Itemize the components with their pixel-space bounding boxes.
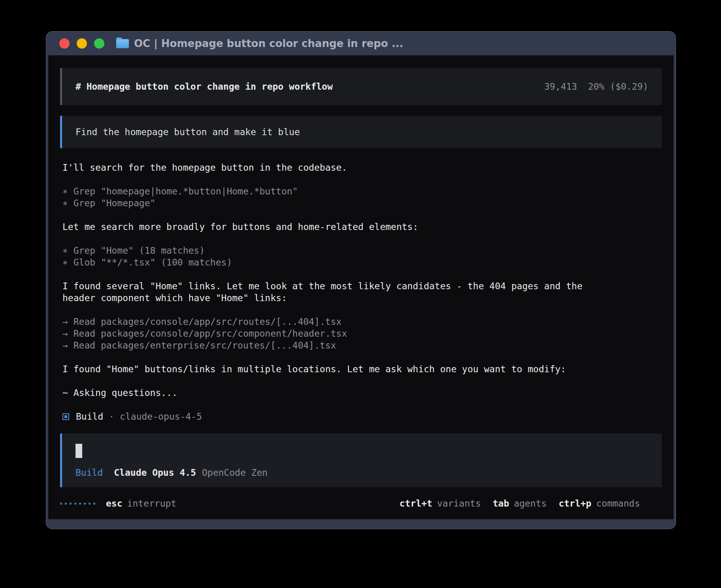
shortcut-label: variants bbox=[437, 498, 481, 509]
spinner-dot bbox=[93, 503, 95, 505]
mode-label: Build bbox=[75, 467, 103, 479]
shortcut-hint: ctrl+pcommands bbox=[559, 498, 640, 509]
build-agent-icon bbox=[62, 413, 69, 420]
folder-icon bbox=[116, 39, 129, 48]
titlebar: OC | Homepage button color change in rep… bbox=[48, 32, 674, 55]
assistant-text: I'll search for the homepage button in t… bbox=[62, 162, 659, 173]
shortcut-key: tab bbox=[493, 498, 509, 509]
assistant-text: Let me search more broadly for buttons a… bbox=[62, 221, 659, 233]
input-meta: Build Claude Opus 4.5 OpenCode Zen bbox=[75, 467, 648, 479]
esc-key-hint: esc bbox=[106, 498, 123, 509]
statusbar: esc interrupt ctrl+tvariantstabagentsctr… bbox=[60, 498, 662, 509]
spinner-dot bbox=[79, 503, 81, 505]
assistant-text: I found "Home" buttons/links in multiple… bbox=[62, 363, 659, 375]
shortcut-hint: tabagents bbox=[493, 498, 547, 509]
tool-call-lines: ∗ Grep "homepage|home.*button|Home.*butt… bbox=[62, 185, 659, 209]
assistant-text: I found several "Home" links. Let me loo… bbox=[62, 280, 659, 304]
tool-call-lines: → Read packages/console/app/src/routes/[… bbox=[62, 316, 659, 351]
shortcut-hints: ctrl+tvariantstabagentsctrl+pcommands bbox=[400, 498, 640, 509]
spinner-dot bbox=[70, 503, 72, 505]
desktop: { "theme": { "accent": "#4e8ee0", "chrom… bbox=[0, 0, 721, 588]
badge-agent-name: Build bbox=[76, 411, 103, 422]
token-count: 39,413 bbox=[544, 81, 577, 92]
provider-label: OpenCode Zen bbox=[202, 467, 268, 479]
model-label: Claude Opus 4.5 bbox=[114, 467, 196, 479]
spinner-dots bbox=[60, 503, 95, 505]
assistant-text: ~ Asking questions... bbox=[62, 387, 659, 399]
spinner-dot bbox=[60, 503, 62, 505]
user-message-text: Find the homepage button and make it blu… bbox=[75, 127, 300, 137]
window-title: OC | Homepage button color change in rep… bbox=[134, 38, 403, 49]
badge-model-name: claude-opus-4-5 bbox=[120, 411, 202, 422]
terminal-window: OC | Homepage button color change in rep… bbox=[46, 31, 676, 529]
spinner-dot bbox=[74, 503, 76, 505]
esc-key-label: interrupt bbox=[127, 498, 177, 509]
minimize-button[interactable] bbox=[77, 38, 87, 49]
text-cursor bbox=[75, 444, 82, 458]
user-message: Find the homepage button and make it blu… bbox=[60, 116, 662, 148]
zoom-button[interactable] bbox=[94, 38, 104, 49]
spinner-dot bbox=[89, 503, 91, 505]
shortcut-label: agents bbox=[514, 498, 547, 509]
agent-badge: Build · claude-opus-4-5 bbox=[60, 411, 662, 422]
session-header: # Homepage button color change in repo w… bbox=[60, 68, 662, 105]
message-input[interactable]: Build Claude Opus 4.5 OpenCode Zen bbox=[60, 433, 662, 487]
shortcut-label: commands bbox=[596, 498, 640, 509]
context-cost: 20% ($0.29) bbox=[588, 81, 648, 92]
spinner-dot bbox=[84, 503, 86, 505]
terminal-content: # Homepage button color change in repo w… bbox=[48, 55, 674, 519]
close-button[interactable] bbox=[59, 38, 70, 49]
session-title: # Homepage button color change in repo w… bbox=[75, 81, 333, 92]
tool-call-lines: ∗ Grep "Home" (18 matches) ∗ Glob "**/*.… bbox=[62, 245, 659, 268]
shortcut-hint: ctrl+tvariants bbox=[400, 498, 481, 509]
session-stats: 39,413 20% ($0.29) bbox=[544, 81, 648, 92]
transcript: I'll search for the homepage button in t… bbox=[60, 162, 662, 411]
spinner-dot bbox=[65, 503, 67, 505]
badge-separator: · bbox=[109, 411, 114, 422]
shortcut-key: ctrl+p bbox=[559, 498, 591, 509]
shortcut-key: ctrl+t bbox=[400, 498, 432, 509]
